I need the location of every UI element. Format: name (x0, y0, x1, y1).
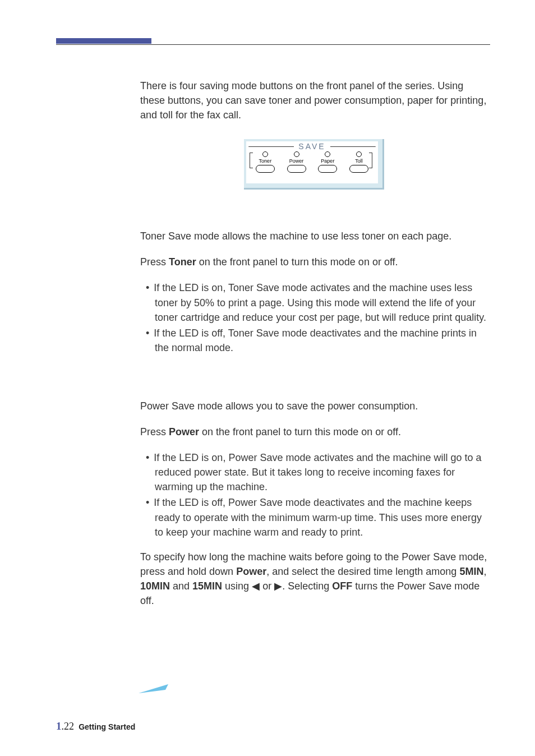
list-item: If the LED is off, Power Save mode deact… (140, 495, 488, 539)
toner-bullets: If the LED is on, Toner Save mode activa… (140, 280, 488, 354)
chapter-number: 1 (56, 720, 62, 732)
led-icon (325, 151, 330, 157)
button-icon (256, 165, 275, 173)
page-footer: 1.22 Getting Started (56, 720, 135, 732)
page-number: .22 (62, 721, 75, 732)
power-p3: To specify how long the machine waits be… (140, 550, 488, 608)
toner-p2: Press Toner on the front panel to turn t… (140, 255, 488, 269)
diagram-toner-button: Toner (251, 151, 280, 173)
power-p1: Power Save mode allows you to save the p… (140, 399, 488, 413)
list-item: If the LED is on, Toner Save mode activa… (140, 280, 488, 324)
intro-paragraph: There is four saving mode buttons on the… (140, 79, 488, 122)
button-icon (318, 165, 337, 173)
diagram-paper-button: Paper (313, 151, 342, 173)
power-bullets: If the LED is on, Power Save mode activa… (140, 450, 488, 540)
swoosh-icon (137, 682, 171, 695)
diagram-power-button: Power (282, 151, 311, 173)
save-panel-diagram: SAVE Toner Power (244, 139, 384, 190)
led-icon (262, 151, 268, 157)
power-p2: Press Power on the front panel to turn t… (140, 425, 488, 439)
list-item: If the LED is on, Power Save mode activa… (140, 450, 488, 494)
diagram-title: SAVE (294, 142, 330, 151)
section-title: Getting Started (76, 722, 135, 731)
right-arrow-icon: ▶ (274, 580, 282, 592)
left-arrow-icon: ◀ (252, 580, 260, 592)
button-icon (349, 165, 368, 173)
led-icon (356, 151, 362, 157)
list-item: If the LED is off, Toner Save mode deact… (140, 326, 488, 355)
led-icon (294, 151, 299, 157)
toner-p1: Toner Save mode allows the machine to us… (140, 229, 488, 243)
header-rule (56, 38, 490, 45)
button-icon (287, 165, 306, 173)
